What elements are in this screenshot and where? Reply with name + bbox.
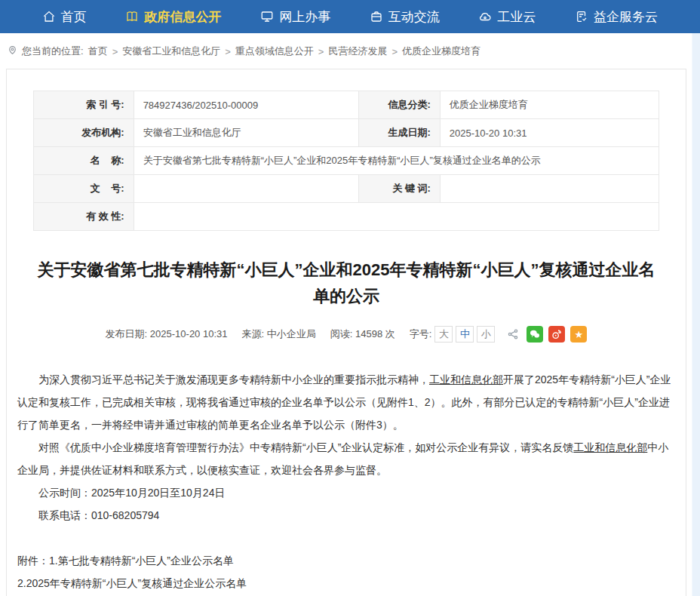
breadcrumb-prefix: 您当前的位置:	[22, 45, 84, 58]
publish-date: 发布日期: 2025-10-20 10:31	[106, 327, 228, 341]
nav-item-interaction[interactable]: 互动交流	[370, 8, 440, 26]
online-service-monitor-icon	[260, 10, 274, 23]
contact-phone-line: 联系电话：010-68205794	[17, 504, 675, 527]
breadcrumb: 您当前的位置: 首页 > 安徽省工业和信息化厅 > 重点领域信息公开 > 民营经…	[0, 33, 700, 69]
breadcrumb-item-department[interactable]: 安徽省工业和信息化厅	[122, 45, 220, 58]
nav-item-label: 互动交流	[388, 8, 440, 26]
document-meta-table: 索 引 号: 784927436/202510-00009 信息分类: 优质企业…	[33, 91, 659, 231]
page-scrollbar[interactable]	[692, 33, 700, 596]
nav-item-online-service[interactable]: 网上办事	[260, 8, 330, 26]
validity-value	[134, 203, 659, 231]
nav-item-label: 益企服务云	[594, 8, 658, 26]
doc-number-label: 文 号:	[34, 175, 134, 203]
breadcrumb-item-home[interactable]: 首页	[88, 45, 108, 58]
generate-date-label: 生成日期:	[359, 119, 441, 147]
nav-item-home[interactable]: 首页	[42, 8, 87, 26]
paragraph-2: 对照《优质中小企业梯度培育管理暂行办法》中专精特新“小巨人”企业认定标准，如对公…	[17, 436, 675, 481]
share-buttons: ★	[505, 326, 587, 343]
fontsize-medium-button[interactable]: 中	[456, 326, 474, 343]
wechat-icon[interactable]	[527, 326, 543, 343]
industry-cloud-icon	[478, 10, 492, 23]
publisher-label: 发布机构:	[34, 119, 134, 147]
article-meta-bar: 发布日期: 2025-10-20 10:31 来源: 中小企业局 阅读: 145…	[7, 326, 686, 343]
nav-item-gov-info[interactable]: 政府信息公开	[125, 8, 221, 26]
top-navigation: 首页 政府信息公开 网上办事 互动交流 工业云 益企服务云	[0, 0, 700, 33]
breadcrumb-separator: >	[112, 46, 118, 57]
fontsize-large-button[interactable]: 大	[434, 326, 453, 343]
nav-item-industry-cloud[interactable]: 工业云	[478, 8, 536, 26]
home-icon	[42, 10, 56, 23]
weibo-icon[interactable]	[548, 326, 565, 343]
nav-item-label: 网上办事	[279, 8, 330, 26]
table-row: 文 号: 关 键 词:	[34, 175, 659, 203]
nav-item-label: 首页	[61, 8, 87, 26]
info-category-value: 优质企业梯度培育	[440, 91, 659, 119]
doc-number-value	[134, 175, 358, 203]
publicity-period-line: 公示时间：2025年10月20日至10月24日	[17, 481, 675, 504]
gov-info-book-icon	[125, 10, 139, 23]
breadcrumb-separator: >	[225, 46, 231, 57]
name-value: 关于安徽省第七批专精特新“小巨人”企业和2025年专精特新“小巨人”复核通过企业…	[134, 147, 659, 175]
table-row: 有 效 性:	[34, 203, 659, 231]
generate-date-value: 2025-10-20 10:31	[440, 119, 659, 147]
table-row: 名 称: 关于安徽省第七批专精特新“小巨人”企业和2025年专精特新“小巨人”复…	[34, 147, 659, 175]
validity-label: 有 效 性:	[34, 203, 134, 231]
publisher-value: 安徽省工业和信息化厅	[134, 119, 358, 147]
nav-item-enterprise-service[interactable]: 益企服务云	[575, 8, 658, 26]
info-category-label: 信息分类:	[359, 91, 441, 119]
enterprise-service-doc-icon	[575, 10, 588, 23]
fontsize-label: 字号:	[410, 327, 432, 341]
breadcrumb-item-key-info[interactable]: 重点领域信息公开	[235, 45, 314, 58]
nav-item-label: 政府信息公开	[144, 8, 221, 26]
content-panel: 索 引 号: 784927436/202510-00009 信息分类: 优质企业…	[6, 69, 686, 596]
breadcrumb-item-private-economy[interactable]: 民营经济发展	[328, 45, 387, 58]
favorite-star-icon[interactable]: ★	[570, 326, 587, 343]
article-source: 来源: 中小企业局	[242, 327, 316, 341]
breadcrumb-item-quality-enterprise[interactable]: 优质企业梯度培育	[402, 45, 480, 58]
table-row: 索 引 号: 784927436/202510-00009 信息分类: 优质企业…	[34, 91, 659, 119]
keyword-label: 关 键 词:	[359, 175, 441, 203]
paragraph-1: 为深入贯彻习近平总书记关于激发涌现更多专精特新中小企业的重要指示批示精神，工业和…	[17, 368, 675, 436]
nav-item-label: 工业云	[497, 8, 536, 26]
attachment-list: 附件：1.第七批专精特新“小巨人”企业公示名单 2.2025年专精特新“小巨人”…	[17, 549, 675, 596]
breadcrumb-separator: >	[391, 46, 398, 57]
index-number-value: 784927436/202510-00009	[134, 91, 358, 119]
location-pin-icon	[8, 45, 17, 58]
miit-link[interactable]: 工业和信息化部	[429, 373, 503, 386]
table-row: 发布机构: 安徽省工业和信息化厅 生成日期: 2025-10-20 10:31	[34, 119, 659, 147]
name-label: 名 称:	[34, 147, 134, 175]
view-count: 阅读: 14598 次	[330, 327, 395, 341]
index-number-label: 索 引 号:	[34, 91, 134, 119]
page-title: 关于安徽省第七批专精特新“小巨人”企业和2025年专精特新“小巨人”复核通过企业…	[37, 257, 655, 309]
fontsize-small-button[interactable]: 小	[477, 326, 495, 343]
attachment-label: 附件：	[17, 555, 49, 567]
interaction-briefcase-icon	[370, 10, 383, 23]
keyword-value	[440, 175, 659, 203]
share-nodes-icon[interactable]	[505, 326, 521, 343]
miit-link[interactable]: 工业和信息化部	[573, 441, 647, 453]
attachment-line-2: 2.2025年专精特新“小巨人”复核通过企业公示名单	[17, 572, 675, 594]
breadcrumb-separator: >	[318, 46, 324, 57]
article-body: 为深入贯彻习近平总书记关于激发涌现更多专精特新中小企业的重要指示批示精神，工业和…	[7, 349, 686, 596]
attachment-line-1: 附件：1.第七批专精特新“小巨人”企业公示名单	[17, 549, 675, 572]
